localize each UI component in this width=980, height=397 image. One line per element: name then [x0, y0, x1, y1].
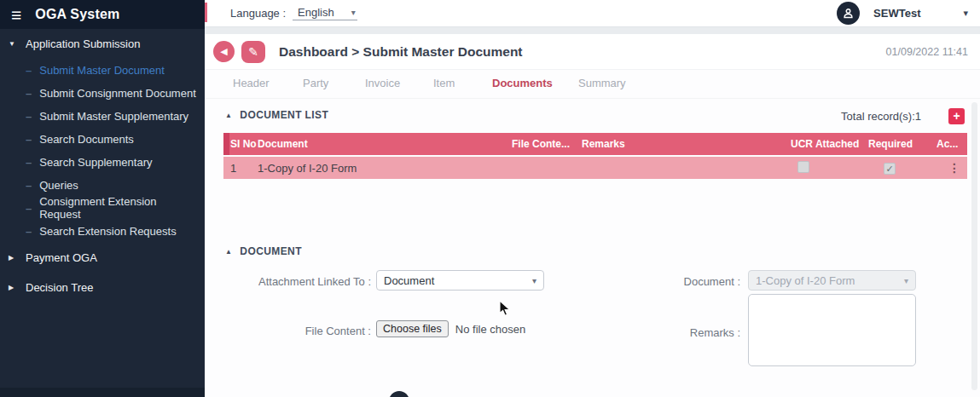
attachment-linked-to-select[interactable]: Document ▾: [376, 270, 544, 291]
collapse-triangle-icon: ▲: [225, 112, 232, 119]
attachment-linked-to-label: Attachment Linked To :: [225, 275, 371, 288]
document-select-value: 1-Copy of I-20 Form: [756, 274, 855, 287]
dash-icon: –: [26, 64, 32, 77]
remarks-textarea[interactable]: [748, 294, 916, 366]
dash-icon: –: [26, 87, 32, 100]
app-title: OGA System: [35, 7, 119, 22]
document-section-toggle[interactable]: ▲ DOCUMENT: [225, 245, 302, 257]
hamburger-menu-icon[interactable]: ≡: [11, 6, 21, 24]
dash-icon: –: [26, 110, 32, 123]
table-header-row: SI No Document File Conte... Remarks UCR…: [223, 133, 967, 155]
sidebar-item-label: Submit Master Document: [39, 64, 165, 77]
user-area: SEWTest ▾: [837, 2, 968, 25]
document-table: SI No Document File Conte... Remarks UCR…: [223, 133, 967, 179]
tab-party[interactable]: Party: [303, 71, 328, 99]
back-button[interactable]: ◀: [213, 41, 235, 62]
chevron-down-icon: ▾: [351, 8, 356, 17]
tab-invoice[interactable]: Invoice: [365, 71, 400, 99]
breadcrumb: Dashboard > Submit Master Document: [279, 44, 523, 60]
file-content-label: File Content :: [225, 325, 371, 337]
col-header-required: Required: [868, 138, 937, 150]
dash-icon: –: [26, 202, 32, 215]
sidebar-section-label: Application Submission: [26, 37, 140, 50]
sidebar-item-search-supplementary[interactable]: – Search Supplementary: [0, 151, 205, 174]
dash-icon: –: [26, 156, 32, 169]
sidebar-item-label: Search Documents: [39, 133, 134, 146]
col-header-remarks: Remarks: [582, 138, 791, 150]
sidebar-item-label: Search Extension Requests: [39, 225, 176, 238]
user-menu-caret-icon[interactable]: ▾: [963, 8, 968, 19]
attachment-linked-to-value: Document: [384, 274, 434, 287]
chevron-right-icon: ▶: [9, 284, 17, 291]
sidebar-section-payment-oga[interactable]: ▶ Payment OGA: [0, 243, 205, 273]
col-header-file-content: File Conte...: [512, 138, 582, 150]
tab-bar: Header Party Invoice Item Documents Summ…: [205, 71, 980, 99]
user-icon: [842, 7, 855, 20]
remarks-label: Remarks :: [589, 326, 740, 339]
language-label: Language :: [230, 7, 286, 20]
edit-pencil-icon: ✎: [248, 45, 258, 59]
sidebar-item-submit-master-document[interactable]: – Submit Master Document: [0, 59, 205, 82]
sidebar-section-decision-tree[interactable]: ▶ Decision Tree: [0, 273, 205, 302]
section-title: DOCUMENT LIST: [240, 109, 328, 121]
tab-documents[interactable]: Documents: [492, 71, 553, 99]
content-card: ◀ ✎ Dashboard > Submit Master Document 0…: [205, 34, 980, 397]
chevron-down-icon: ▾: [904, 276, 908, 285]
user-name: SEWTest: [873, 7, 920, 20]
sidebar-item-search-documents[interactable]: – Search Documents: [0, 128, 205, 151]
col-header-actions: Ac...: [937, 138, 967, 150]
file-input-group: Choose files No file chosen: [376, 320, 525, 337]
sidebar-section-application-submission[interactable]: ▼ Application Submission: [0, 29, 205, 59]
col-header-ucr-attached: UCR Attached: [791, 138, 868, 150]
sidebar: ≡ OGA System ▼ Application Submission – …: [0, 0, 205, 397]
user-avatar[interactable]: [837, 2, 860, 25]
plus-icon: +: [953, 109, 960, 123]
table-row[interactable]: 1 1-Copy of I-20 Form ✓ ⋮: [223, 157, 967, 179]
sidebar-header: ≡ OGA System: [0, 0, 205, 29]
sidebar-item-label: Queries: [39, 179, 78, 192]
vertical-scrollbar[interactable]: [971, 102, 977, 390]
cell-si-no: 1: [223, 162, 249, 175]
dash-icon: –: [26, 179, 32, 192]
document-list-section-toggle[interactable]: ▲ DOCUMENT LIST: [225, 109, 328, 121]
no-file-chosen-text: No file chosen: [455, 323, 525, 336]
app-root: ≡ OGA System ▼ Application Submission – …: [0, 0, 980, 397]
chevron-down-icon: ▼: [9, 40, 17, 48]
tab-summary[interactable]: Summary: [578, 71, 626, 99]
sidebar-item-queries[interactable]: – Queries: [0, 174, 205, 197]
language-select[interactable]: English ▾: [293, 6, 357, 20]
add-document-button[interactable]: +: [948, 108, 965, 124]
sidebar-section-label: Decision Tree: [26, 281, 93, 294]
document-label: Document :: [589, 275, 740, 288]
tab-header[interactable]: Header: [233, 71, 270, 99]
required-checkbox[interactable]: ✓: [884, 163, 896, 175]
col-header-document: Document: [249, 138, 512, 150]
chevron-down-icon: ▾: [532, 276, 536, 285]
sidebar-item-group: – Submit Master Document – Submit Consig…: [0, 59, 205, 243]
sidebar-item-submit-master-supplementary[interactable]: – Submit Master Supplementary: [0, 105, 205, 128]
document-select-disabled: 1-Copy of I-20 Form ▾: [748, 270, 916, 291]
sidebar-item-search-extension-requests[interactable]: – Search Extension Requests: [0, 220, 205, 243]
total-records-label: Total record(s):1: [841, 110, 921, 123]
sidebar-item-label: Search Supplementary: [39, 156, 152, 169]
page-header: ◀ ✎ Dashboard > Submit Master Document 0…: [205, 34, 980, 70]
edit-button[interactable]: ✎: [241, 41, 265, 63]
row-actions-kebab-icon[interactable]: ⋮: [948, 161, 960, 175]
tab-item[interactable]: Item: [433, 71, 455, 99]
sidebar-item-consignment-extension-request[interactable]: – Consignment Extension Request: [0, 197, 205, 220]
topbar: Language : English ▾ SEWTest ▾: [205, 0, 980, 27]
sidebar-item-submit-consignment-document[interactable]: – Submit Consignment Document: [0, 82, 205, 105]
datetime-stamp: 01/09/2022 11:41: [886, 46, 968, 58]
chevron-right-icon: ▶: [9, 254, 17, 262]
sidebar-item-label: Submit Master Supplementary: [39, 110, 188, 123]
section-title: DOCUMENT: [240, 245, 302, 257]
dash-icon: –: [26, 225, 32, 238]
accent-sliver: [205, 3, 207, 22]
table-left-strip: [223, 133, 229, 155]
collapse-triangle-icon: ▲: [225, 248, 232, 256]
choose-files-button[interactable]: Choose files: [376, 320, 449, 337]
main-area: Language : English ▾ SEWTest ▾: [205, 0, 980, 397]
back-arrow-icon: ◀: [220, 46, 227, 57]
ucr-attached-checkbox[interactable]: [797, 161, 809, 173]
sidebar-item-label: Submit Consignment Document: [39, 87, 196, 100]
